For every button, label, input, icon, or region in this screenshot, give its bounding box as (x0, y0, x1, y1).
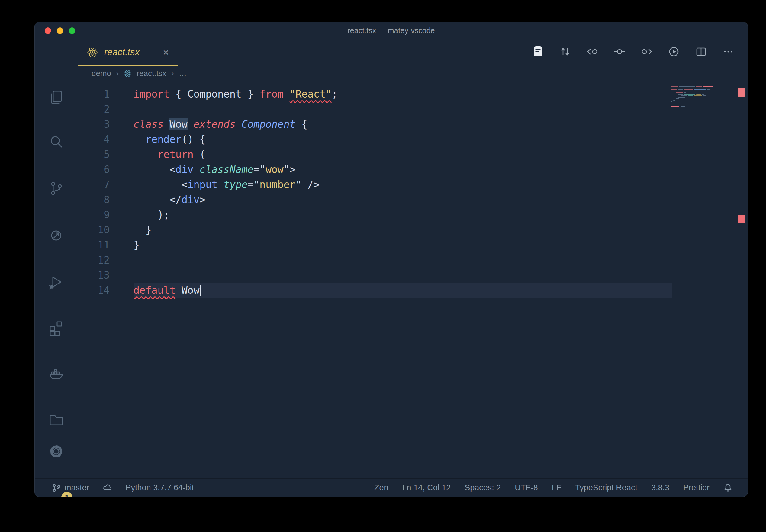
title-bar[interactable]: react.tsx — matey-vscode (35, 22, 748, 39)
status-item[interactable]: TypeScript React (575, 483, 637, 492)
line-number[interactable]: 11 (78, 238, 110, 253)
code-line[interactable]: 8 </div> (78, 192, 748, 207)
minimap-line (671, 106, 731, 107)
line-number[interactable]: 13 (78, 268, 110, 283)
breadcrumb-folder[interactable]: demo (91, 69, 111, 78)
gear-icon (48, 444, 64, 459)
zoom-window-button[interactable] (69, 27, 75, 34)
status-item[interactable]: Zen (374, 483, 389, 492)
files-icon (48, 89, 64, 105)
sidebar-item-project-folders[interactable] (35, 412, 78, 427)
line-content: } (133, 238, 139, 253)
status-item[interactable]: Ln 14, Col 12 (402, 483, 451, 492)
compare-changes-icon[interactable] (559, 46, 571, 59)
code-line[interactable]: 12 (78, 253, 748, 268)
code-line[interactable]: 3class Wow extends Component { (78, 117, 748, 132)
line-number[interactable]: 3 (78, 117, 110, 132)
bell-icon (723, 483, 732, 492)
cloud-sync-icon (103, 483, 112, 492)
status-python-version[interactable]: Python 3.7.7 64-bit (126, 483, 194, 492)
code-line[interactable]: 5 return ( (78, 147, 748, 162)
search-icon (48, 134, 64, 150)
docker-whale-icon (48, 366, 64, 381)
tab-bar: react.tsx × (78, 39, 748, 66)
minimize-window-button[interactable] (57, 27, 63, 34)
line-content: } (133, 223, 152, 238)
status-item[interactable]: Prettier (683, 483, 710, 492)
status-right-items: ZenLn 14, Col 12Spaces: 2UTF-8LFTypeScri… (374, 483, 710, 492)
breadcrumb: demo › react.tsx › … (78, 66, 748, 81)
status-sync[interactable] (103, 483, 112, 492)
code-line[interactable]: 14default Wow (78, 283, 748, 298)
activity-bar: 1 (35, 39, 78, 478)
breadcrumb-file[interactable]: react.tsx (136, 69, 166, 78)
code-line[interactable]: 11} (78, 238, 748, 253)
code-line[interactable]: 4 render() { (78, 132, 748, 147)
line-number[interactable]: 7 (78, 177, 110, 192)
code-line[interactable]: 1import { Component } from "React"; (78, 87, 748, 102)
line-content: import { Component } from "React"; (133, 87, 338, 102)
line-content: render() { (133, 132, 205, 147)
code-line[interactable]: 9 ); (78, 207, 748, 223)
line-number[interactable]: 8 (78, 192, 110, 207)
status-branch[interactable]: master (52, 483, 89, 492)
settings-gear-button[interactable] (35, 444, 78, 459)
sidebar-item-docker[interactable] (35, 366, 78, 381)
breadcrumb-symbol[interactable]: … (179, 69, 187, 78)
branch-name: master (64, 483, 89, 492)
line-content: </div> (133, 192, 205, 207)
navigate-current-icon[interactable] (614, 46, 626, 59)
sidebar-item-source-control[interactable] (35, 181, 78, 196)
line-number[interactable]: 14 (78, 283, 110, 298)
line-number[interactable]: 6 (78, 162, 110, 177)
status-bar: master Python 3.7.7 64-bit ZenLn 14, Col… (35, 478, 748, 497)
code-line[interactable]: 6 <div className="wow"> (78, 162, 748, 177)
status-item[interactable]: 3.8.3 (651, 483, 669, 492)
prettier-format-button[interactable] (532, 46, 544, 59)
line-number[interactable]: 2 (78, 102, 110, 117)
folder-icon (48, 412, 64, 427)
close-window-button[interactable] (45, 27, 51, 34)
line-number[interactable]: 12 (78, 253, 110, 268)
code-line[interactable]: 7 <input type="number" /> (78, 177, 748, 192)
line-content: ); (133, 207, 169, 223)
status-item[interactable]: Spaces: 2 (465, 483, 501, 492)
tab-close-icon[interactable]: × (163, 47, 169, 57)
tab-label: react.tsx (104, 47, 157, 58)
line-content: <div className="wow"> (133, 162, 295, 177)
run-debug-icon (48, 274, 64, 290)
code-lines: 1import { Component } from "React";23cla… (78, 87, 748, 298)
code-line[interactable]: 13 (78, 268, 748, 283)
vscode-window: react.tsx — matey-vscode (34, 22, 748, 497)
line-number[interactable]: 10 (78, 223, 110, 238)
more-actions-icon[interactable] (722, 46, 734, 59)
sidebar-item-search[interactable] (35, 134, 78, 150)
run-file-icon[interactable] (668, 46, 680, 59)
navigate-back-icon[interactable] (586, 46, 598, 59)
split-editor-icon[interactable] (695, 46, 707, 59)
sidebar-item-explorer[interactable] (35, 89, 78, 105)
line-number[interactable]: 9 (78, 207, 110, 223)
tab-react-tsx[interactable]: react.tsx × (78, 39, 178, 66)
minimap[interactable] (671, 86, 731, 107)
line-number[interactable]: 4 (78, 132, 110, 147)
status-item[interactable]: LF (552, 483, 562, 492)
code-editor[interactable]: 1import { Component } from "React";23cla… (78, 81, 748, 478)
navigate-forward-icon[interactable] (641, 46, 653, 59)
code-line[interactable]: 10 } (78, 223, 748, 238)
react-icon (87, 46, 98, 58)
line-content: default Wow (133, 283, 672, 298)
status-right: ZenLn 14, Col 12Spaces: 2UTF-8LFTypeScri… (374, 483, 732, 492)
notifications-button[interactable] (723, 483, 732, 492)
sidebar-item-gitlens[interactable] (35, 227, 78, 243)
chevron-right-icon: › (171, 69, 174, 78)
overview-ruler-error-marker (738, 88, 745, 97)
window-title: react.tsx — matey-vscode (35, 26, 748, 35)
sidebar-item-extensions[interactable] (35, 320, 78, 336)
line-number[interactable]: 5 (78, 147, 110, 162)
line-number[interactable]: 1 (78, 87, 110, 102)
status-item[interactable]: UTF-8 (515, 483, 538, 492)
traffic-lights (35, 27, 75, 34)
code-line[interactable]: 2 (78, 102, 748, 117)
sidebar-item-run-debug[interactable] (35, 274, 78, 290)
